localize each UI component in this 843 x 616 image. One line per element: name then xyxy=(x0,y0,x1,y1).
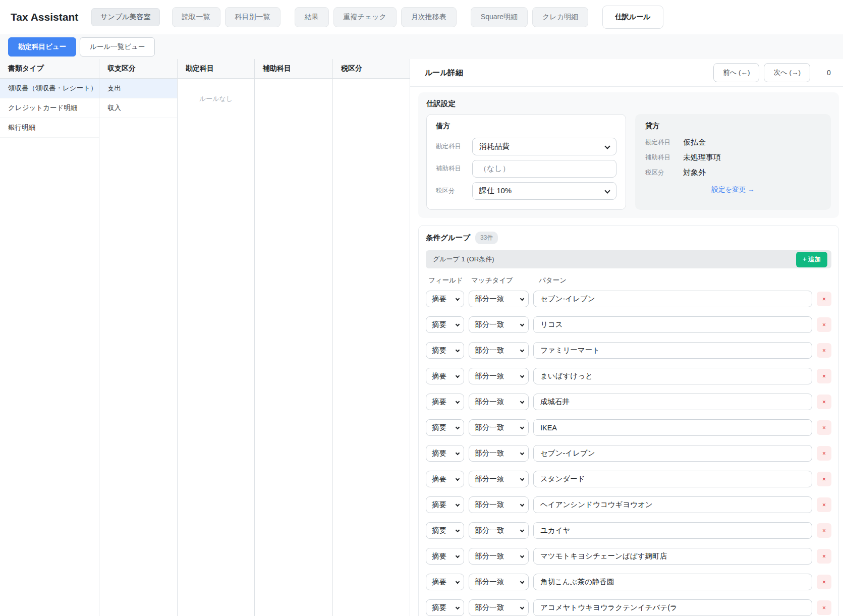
field-select[interactable]: 摘要 xyxy=(426,419,464,436)
column-header-flow-type: 収支区分 xyxy=(99,59,177,79)
pattern-input[interactable] xyxy=(533,599,812,616)
match-type-select[interactable]: 部分一致 xyxy=(469,471,529,487)
prev-rule-button[interactable]: 前へ (←) xyxy=(713,63,760,82)
pattern-input[interactable] xyxy=(533,574,812,590)
pattern-input[interactable] xyxy=(533,471,812,487)
pattern-input[interactable] xyxy=(533,394,812,410)
remove-condition-button[interactable]: × xyxy=(817,369,831,383)
pattern-input[interactable] xyxy=(533,522,812,539)
match-type-select[interactable]: 部分一致 xyxy=(469,419,529,436)
match-type-select[interactable]: 部分一致 xyxy=(469,291,529,307)
credit-tax-label: 税区分 xyxy=(645,169,683,177)
field-select[interactable]: 摘要 xyxy=(426,548,464,565)
match-type-select[interactable]: 部分一致 xyxy=(469,394,529,410)
tab-by-account[interactable]: 科目別一覧 xyxy=(225,7,280,27)
field-select[interactable]: 摘要 xyxy=(426,496,464,513)
chevron-down-icon xyxy=(520,374,524,378)
match-type-select[interactable]: 部分一致 xyxy=(469,548,529,565)
next-rule-button[interactable]: 次へ (→) xyxy=(764,63,810,82)
tab-credit-card-statement[interactable]: クレカ明細 xyxy=(532,7,588,27)
field-select[interactable]: 摘要 xyxy=(426,574,464,590)
match-type-select[interactable]: 部分一致 xyxy=(469,445,529,462)
field-select-value: 摘要 xyxy=(432,423,446,432)
debit-title: 借方 xyxy=(436,122,616,131)
match-type-select[interactable]: 部分一致 xyxy=(469,368,529,384)
remove-condition-button[interactable]: × xyxy=(817,497,831,512)
match-type-select[interactable]: 部分一致 xyxy=(469,599,529,616)
flow-type-item-income[interactable]: 収入 xyxy=(99,98,177,118)
doc-type-item-bank[interactable]: 銀行明細 xyxy=(0,118,99,138)
field-select[interactable]: 摘要 xyxy=(426,316,464,333)
doc-type-item-receipt[interactable]: 領収書（領収書・レシート） xyxy=(0,79,99,98)
field-select[interactable]: 摘要 xyxy=(426,342,464,359)
flow-type-item-expense[interactable]: 支出 xyxy=(99,79,177,98)
column-header-doc-type: 書類タイプ xyxy=(0,59,99,79)
remove-condition-button[interactable]: × xyxy=(817,317,831,332)
field-select-value: 摘要 xyxy=(432,397,446,407)
debit-sub-account-input[interactable] xyxy=(472,160,616,178)
tab-duplicate-check[interactable]: 重複チェック xyxy=(333,7,397,27)
match-type-select[interactable]: 部分一致 xyxy=(469,342,529,359)
field-select[interactable]: 摘要 xyxy=(426,394,464,410)
chevron-down-icon xyxy=(456,322,460,326)
remove-condition-button[interactable]: × xyxy=(817,420,831,435)
condition-row: 摘要 部分一致 × xyxy=(426,445,831,462)
remove-condition-button[interactable]: × xyxy=(817,472,831,486)
remove-condition-button[interactable]: × xyxy=(817,343,831,358)
condition-row: 摘要 部分一致 × xyxy=(426,368,831,384)
match-type-select[interactable]: 部分一致 xyxy=(469,522,529,539)
condition-groups-title: 条件グループ xyxy=(426,233,470,243)
pattern-input[interactable] xyxy=(533,316,812,333)
pattern-input[interactable] xyxy=(533,445,812,462)
debit-tax-value: 課仕 10% xyxy=(479,186,512,196)
remove-condition-button[interactable]: × xyxy=(817,549,831,564)
remove-condition-button[interactable]: × xyxy=(817,395,831,409)
match-type-select[interactable]: 部分一致 xyxy=(469,574,529,590)
column-account: 勘定科目 ルールなし xyxy=(178,59,255,616)
field-select-value: 摘要 xyxy=(432,577,446,587)
chevron-down-icon xyxy=(456,400,460,404)
chevron-down-icon xyxy=(456,477,460,481)
tab-monthly-trend[interactable]: 月次推移表 xyxy=(401,7,457,27)
debit-tax-select[interactable]: 課仕 10% xyxy=(472,182,616,200)
tab-group-rules: 仕訳ルール xyxy=(602,6,663,29)
field-select[interactable]: 摘要 xyxy=(426,522,464,539)
tab-journal-rules[interactable]: 仕訳ルール xyxy=(602,6,663,29)
match-type-select-value: 部分一致 xyxy=(475,526,504,535)
pattern-input[interactable] xyxy=(533,496,812,513)
match-type-select[interactable]: 部分一致 xyxy=(469,496,529,513)
field-select[interactable]: 摘要 xyxy=(426,368,464,384)
match-type-select-value: 部分一致 xyxy=(475,346,504,355)
match-type-select-value: 部分一致 xyxy=(475,603,504,612)
field-select[interactable]: 摘要 xyxy=(426,445,464,462)
pattern-input[interactable] xyxy=(533,342,812,359)
doc-type-item-credit-card[interactable]: クレジットカード明細 xyxy=(0,98,99,118)
field-select-value: 摘要 xyxy=(432,320,446,329)
pattern-input[interactable] xyxy=(533,368,812,384)
debit-account-select[interactable]: 消耗品費 xyxy=(472,138,616,155)
remove-condition-button[interactable]: × xyxy=(817,292,831,306)
tab-square-statement[interactable]: Square明細 xyxy=(471,7,528,27)
journal-settings-grid: 借方 勘定科目 消耗品費 補助科目 xyxy=(426,114,831,210)
pattern-input[interactable] xyxy=(533,419,812,436)
field-select[interactable]: 摘要 xyxy=(426,471,464,487)
account-view-button[interactable]: 勘定科目ビュー xyxy=(8,37,76,57)
match-type-select[interactable]: 部分一致 xyxy=(469,316,529,333)
tab-reading-list[interactable]: 読取一覧 xyxy=(172,7,220,27)
rule-list-view-button[interactable]: ルール一覧ビュー xyxy=(80,37,155,57)
field-select[interactable]: 摘要 xyxy=(426,291,464,307)
change-settings-link[interactable]: 設定を変更 → xyxy=(711,186,754,193)
remove-condition-button[interactable]: × xyxy=(817,600,831,615)
pattern-input[interactable] xyxy=(533,548,812,565)
chevron-down-icon xyxy=(520,322,524,326)
chevron-down-icon xyxy=(456,502,460,507)
remove-condition-button[interactable]: × xyxy=(817,575,831,589)
pattern-input[interactable] xyxy=(533,291,812,307)
field-select[interactable]: 摘要 xyxy=(426,599,464,616)
remove-condition-button[interactable]: × xyxy=(817,446,831,461)
remove-condition-button[interactable]: × xyxy=(817,523,831,538)
add-condition-button[interactable]: + 追加 xyxy=(796,252,827,267)
profile-chip[interactable]: サンプル美容室 xyxy=(91,8,159,26)
match-type-select-value: 部分一致 xyxy=(475,551,504,561)
tab-results[interactable]: 結果 xyxy=(295,7,329,27)
